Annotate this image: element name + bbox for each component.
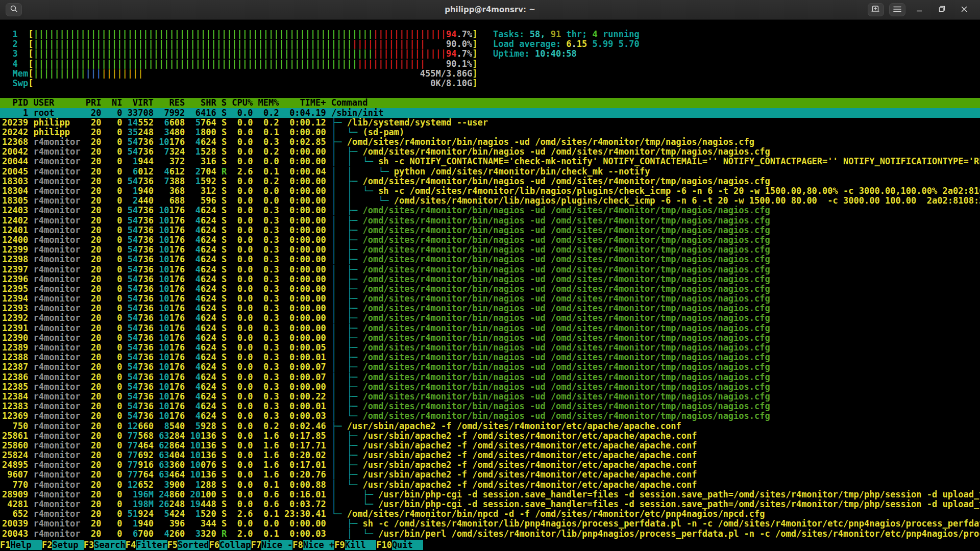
user-cell: r4monitor [33, 509, 85, 519]
fkey-f4[interactable]: F4Filter [126, 540, 167, 551]
process-row[interactable]: 12394 r4monitor 20 0 54736 10176 4624 S … [0, 294, 980, 304]
process-row[interactable]: 12387 r4monitor 20 0 54736 10176 4624 S … [0, 362, 980, 372]
pad [154, 167, 159, 177]
process-row[interactable]: 12399 r4monitor 20 0 54736 10176 4624 S … [0, 245, 980, 255]
command-cell: /usr/bin/php-cgi -d session.save_handler… [378, 490, 980, 499]
process-row[interactable]: 12402 r4monitor 20 0 54736 10176 4624 S … [0, 216, 980, 226]
process-row[interactable]: 28909 r4monitor 20 0 196M 24860 20100 S … [0, 490, 980, 499]
process-row[interactable]: 4281 r4monitor 20 0 198M 26248 19448 S 0… [0, 499, 980, 509]
fkey-f10[interactable]: F10Quit [376, 540, 423, 551]
state-cell: S [222, 499, 227, 509]
process-row[interactable]: 20042 r4monitor 20 0 54736 7324 1528 S 0… [0, 147, 980, 157]
process-row[interactable]: 24895 r4monitor 20 0 77916 63360 10076 S… [0, 460, 980, 470]
pri-ni-cell: 20 0 [86, 206, 128, 215]
size-value: 176 [169, 333, 185, 343]
fkey-f1[interactable]: F1Help [0, 540, 42, 551]
pad [190, 274, 195, 284]
pad [185, 372, 190, 382]
process-row[interactable]: 12384 r4monitor 20 0 54736 10176 4624 S … [0, 392, 980, 402]
state-cell: S [222, 294, 227, 304]
process-row[interactable]: 12385 r4monitor 20 0 54736 10176 4624 S … [0, 382, 980, 392]
process-row-selected[interactable]: 1 root 20 0 33708 7992 6416 S 0.0 0.2 0:… [0, 108, 980, 118]
pad [154, 313, 159, 323]
process-row[interactable]: 12396 r4monitor 20 0 54736 10176 4624 S … [0, 274, 980, 284]
process-row[interactable]: 20045 r4monitor 20 0 6012 4612 2704 R 2.… [0, 167, 980, 177]
pri-ni-cell: 20 0 [86, 421, 128, 431]
process-row[interactable]: 12395 r4monitor 20 0 54736 10176 4624 S … [0, 284, 980, 294]
process-row[interactable]: 12392 r4monitor 20 0 54736 10176 4624 S … [0, 313, 980, 323]
load-average-part: 5.99 [587, 39, 613, 49]
process-row[interactable]: 20039 r4monitor 20 0 1940 396 344 S 0.0 … [0, 519, 980, 529]
maximize-button[interactable] [934, 0, 949, 19]
state-cell: S [222, 392, 227, 402]
process-row[interactable]: 12389 r4monitor 20 0 54736 10176 4624 S … [0, 343, 980, 353]
terminal[interactable]: 1 [|||||||||||||||||||||||||||||||||||||… [0, 20, 980, 551]
state-cell: S [222, 490, 227, 499]
size-value: 176 [169, 411, 185, 421]
fkey-f3[interactable]: F3Search [84, 540, 126, 551]
size-value: 176 [169, 323, 185, 333]
process-row[interactable]: 12369 r4monitor 20 0 54736 10176 4624 S … [0, 411, 980, 421]
process-row[interactable]: 12368 r4monitor 20 0 54736 10176 4624 S … [0, 137, 980, 147]
close-button[interactable] [957, 0, 972, 19]
state-cell: S [222, 216, 227, 226]
process-row[interactable]: 9607 r4monitor 20 0 77764 63464 10136 S … [0, 470, 980, 480]
process-row[interactable]: 750 r4monitor 20 0 12660 8540 5928 S 0.0… [0, 421, 980, 431]
process-row[interactable]: 20043 r4monitor 20 0 6700 4260 3320 R 2.… [0, 529, 980, 539]
process-row[interactable]: 12397 r4monitor 20 0 54736 10176 4624 S … [0, 265, 980, 274]
process-row[interactable]: 18305 r4monitor 20 0 2440 688 596 S 0.0 … [0, 196, 980, 206]
process-table-header[interactable]: PID USER PRI NI VIRT RES SHR S CPU% MEM%… [0, 98, 980, 108]
minimize-button[interactable] [912, 0, 927, 19]
command-cell: /sbin/init [331, 108, 383, 118]
size-value: 4 [195, 294, 201, 304]
process-row[interactable]: 25861 r4monitor 20 0 77568 63284 10136 S… [0, 431, 980, 441]
pad [159, 529, 164, 539]
size-value: 5 [164, 509, 169, 519]
size-value: 10 [190, 431, 201, 441]
pad [190, 402, 195, 411]
pad [190, 333, 195, 343]
process-row[interactable]: 652 r4monitor 20 0 51924 5424 1520 S 2.6… [0, 509, 980, 519]
new-tab-button[interactable] [868, 3, 884, 16]
process-row[interactable]: 12391 r4monitor 20 0 54736 10176 4624 S … [0, 323, 980, 333]
process-row[interactable]: 25824 r4monitor 20 0 77692 63404 10136 S… [0, 450, 980, 460]
process-row[interactable]: 20242 philipp 20 0 35248 3480 1800 S 0.0… [0, 128, 980, 137]
process-row[interactable]: 12400 r4monitor 20 0 54736 10176 4624 S … [0, 235, 980, 245]
process-row[interactable]: 12401 r4monitor 20 0 54736 10176 4624 S … [0, 226, 980, 235]
process-row[interactable]: 20044 r4monitor 20 0 1944 372 316 S 0.0 … [0, 157, 980, 166]
fkey-f5[interactable]: F5Sorted [167, 540, 209, 551]
state-cell: S [222, 353, 227, 362]
search-button[interactable] [6, 3, 22, 16]
stats-cell: 0.0 0.2 0:02.46 [227, 421, 331, 431]
fkey-f2[interactable]: F2Setup [42, 540, 84, 551]
pad [154, 284, 159, 294]
pad [185, 480, 190, 490]
size-value: 736 [138, 235, 154, 245]
size-value: 248 [138, 128, 154, 137]
process-row[interactable]: 12388 r4monitor 20 0 54736 10176 4624 S … [0, 353, 980, 362]
process-row[interactable]: 12383 r4monitor 20 0 54736 10176 4624 S … [0, 402, 980, 411]
process-row[interactable]: 12398 r4monitor 20 0 54736 10176 4624 S … [0, 255, 980, 264]
stats-cell: 0.0 1.6 0:17.85 [227, 431, 331, 441]
fkey-f6[interactable]: F6Collap [209, 540, 251, 551]
pad [159, 186, 169, 196]
process-row[interactable]: 12390 r4monitor 20 0 54736 10176 4624 S … [0, 333, 980, 343]
pid-cell: 20044 [2, 157, 33, 166]
command-cell: /omd/sites/r4monitor/bin/nagios -ud /omd… [362, 235, 770, 245]
size-value: 692 [138, 450, 154, 460]
menu-button[interactable] [889, 3, 905, 16]
process-row[interactable]: 12393 r4monitor 20 0 54736 10176 4624 S … [0, 304, 980, 313]
fkey-f8[interactable]: F8Nice + [292, 540, 334, 551]
fkey-f7[interactable]: F7Nice - [251, 540, 292, 551]
pad [216, 402, 222, 411]
pad [190, 323, 195, 333]
fkey-f9[interactable]: F9Kill [334, 540, 376, 551]
process-row[interactable]: 18304 r4monitor 20 0 1940 368 312 S 0.0 … [0, 186, 980, 196]
process-row[interactable]: 18303 r4monitor 20 0 54736 7388 1592 S 0… [0, 177, 980, 186]
process-row[interactable]: 12386 r4monitor 20 0 54736 10176 4624 S … [0, 372, 980, 382]
size-value: 624 [201, 353, 216, 362]
process-row[interactable]: 12403 r4monitor 20 0 54736 10176 4624 S … [0, 206, 980, 215]
process-row[interactable]: 20239 philipp 20 0 14552 6608 5764 S 0.0… [0, 118, 980, 128]
process-row[interactable]: 25860 r4monitor 20 0 77464 62864 10136 S… [0, 441, 980, 450]
process-row[interactable]: 770 r4monitor 20 0 12652 3900 1288 S 0.0… [0, 480, 980, 490]
